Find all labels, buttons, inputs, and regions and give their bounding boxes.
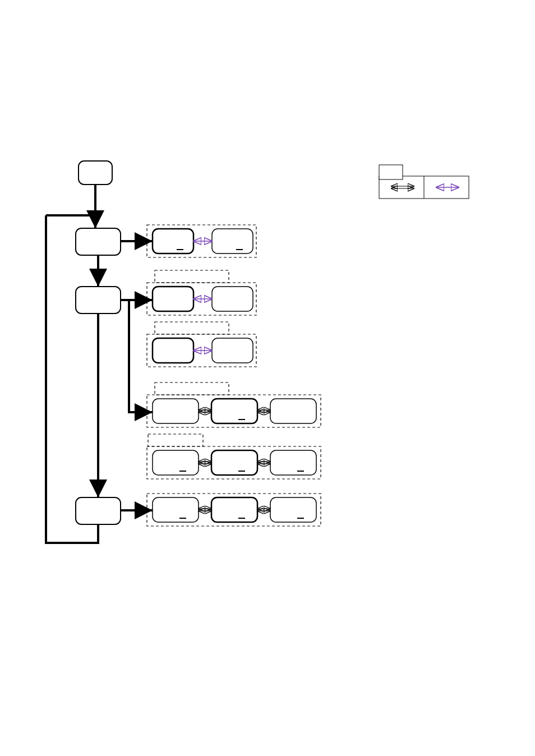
diagram-svg — [0, 0, 535, 756]
group3b-conn-0 — [199, 462, 211, 464]
group2a-node-1 — [212, 287, 253, 311]
group3b-conn-1 — [257, 462, 270, 464]
group3b-node-0 — [153, 450, 199, 475]
group3b-node-1 — [211, 450, 257, 475]
legend — [379, 165, 469, 199]
group3b-tab — [148, 434, 203, 446]
group2b-node-1 — [212, 338, 253, 363]
group4-node-1 — [211, 497, 257, 522]
group3a-tab — [155, 382, 229, 395]
group4-node-0 — [153, 497, 199, 522]
left-node-1 — [76, 287, 121, 314]
group4-node-2 — [270, 497, 316, 522]
group1-node-1 — [212, 229, 253, 253]
group2b-node-0 — [153, 338, 193, 363]
legend-tab — [379, 165, 403, 179]
group3a-conn-1 — [257, 410, 270, 412]
start-node — [79, 161, 112, 185]
group3b-node-2 — [270, 450, 316, 475]
group3a-conn-0 — [199, 410, 211, 412]
left-node-0 — [76, 228, 121, 255]
left-node-2 — [76, 497, 121, 524]
feedback-loop — [46, 215, 98, 543]
group4-conn-0 — [199, 509, 211, 511]
group2a-node-0 — [153, 287, 193, 311]
arrow-n1-bent-to-g3a — [129, 314, 153, 412]
group2b-tab — [155, 322, 229, 334]
group4-conn-1 — [257, 509, 270, 511]
group3a-node-0 — [153, 399, 199, 423]
group2a-tab — [155, 270, 229, 283]
group3a-node-2 — [270, 399, 316, 423]
group1-node-0 — [153, 229, 193, 253]
group3a-node-1 — [211, 399, 257, 423]
